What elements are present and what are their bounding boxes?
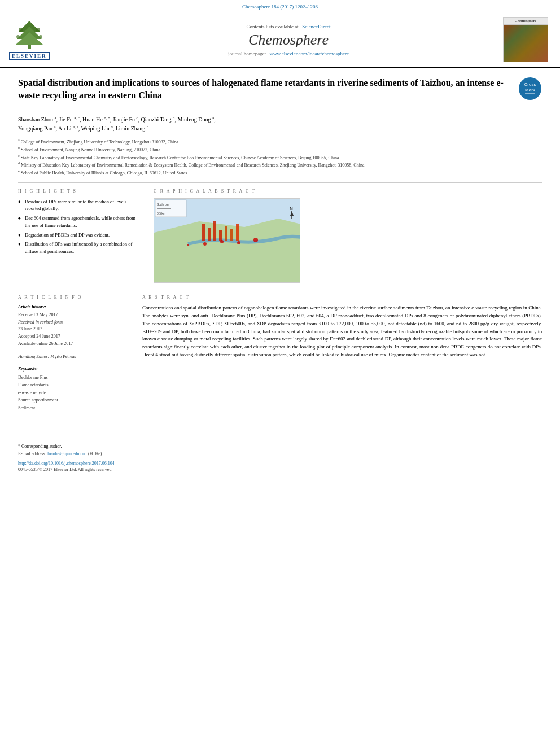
keyword-2: Flame retardants xyxy=(18,381,131,389)
author-2: Jie Fu a, c, xyxy=(59,116,82,123)
author-3: Huan He b, *, xyxy=(82,116,113,123)
journal-citation-link[interactable]: Chemosphere 184 (2017) 1202–1208 xyxy=(242,4,318,10)
cover-image xyxy=(504,25,548,62)
page-wrapper: Chemosphere 184 (2017) 1202–1208 xyxy=(0,0,560,747)
author-email[interactable]: luanhe@njnu.edu.cn xyxy=(47,451,85,456)
svg-rect-13 xyxy=(202,224,205,241)
journal-title: Chemosphere xyxy=(248,32,329,49)
article-history-title: Article history: xyxy=(18,304,131,309)
corresponding-label: * Corresponding author. xyxy=(18,444,62,449)
svg-text:Cross: Cross xyxy=(524,82,536,87)
affiliation-a: a College of Environment, Zhejiang Unive… xyxy=(18,138,542,146)
svg-rect-15 xyxy=(213,221,216,241)
elsevier-label: ELSEVIER xyxy=(9,52,50,60)
handling-editor-label: Handling Editor: xyxy=(18,354,50,359)
svg-point-6 xyxy=(16,35,20,38)
crossmark-icon: Cross Mark xyxy=(518,77,542,101)
article-info-heading: A R T I C L E I N F O xyxy=(18,295,131,300)
abstract-text: Concentrations and spatial distribution … xyxy=(142,304,542,360)
homepage-prefix: journal homepage: xyxy=(228,51,266,56)
journal-header: ELSEVIER Contents lists available at Sci… xyxy=(0,12,560,68)
author-10: Limin Zhang b xyxy=(116,125,149,132)
author-6: Minfeng Dong a, xyxy=(177,116,215,123)
keywords-list: Dechlorane Plus Flame retardants e-waste… xyxy=(18,374,131,412)
article-title: Spatial distribution and implications to… xyxy=(18,77,511,102)
svg-point-22 xyxy=(237,241,240,244)
affiliation-c: c State Key Laboratory of Environmental … xyxy=(18,154,542,161)
svg-point-20 xyxy=(203,242,207,246)
top-citation-bar: Chemosphere 184 (2017) 1202–1208 xyxy=(0,0,560,12)
article-history-block: Article history: Received 3 May 2017 Rec… xyxy=(18,304,131,348)
highlights-graphical-section: H I G H L I G H T S Residues of DPs were… xyxy=(18,189,542,289)
highlights-column: H I G H L I G H T S Residues of DPs were… xyxy=(18,189,142,283)
highlight-4: Distribution of DPs was influenced by a … xyxy=(18,241,142,255)
available-online: Available online 26 June 2017 xyxy=(18,340,131,348)
accepted-date: Accepted 24 June 2017 xyxy=(18,333,131,340)
article-title-section: Spatial distribution and implications to… xyxy=(18,77,542,108)
author-4: Jianjie Fu c, xyxy=(113,116,141,123)
article-content: Spatial distribution and implications to… xyxy=(0,68,560,426)
author-9: Weiping Liu d, xyxy=(81,125,116,132)
email-label: E-mail address: xyxy=(18,451,46,456)
svg-text:N: N xyxy=(290,206,293,211)
highlights-heading: H I G H L I G H T S xyxy=(18,189,142,194)
svg-rect-19 xyxy=(236,224,239,241)
svg-text:Mark: Mark xyxy=(525,88,536,93)
graphical-abstract-heading: G R A P H I C A L A B S T R A C T xyxy=(154,189,542,194)
elsevier-logo-section: ELSEVIER xyxy=(9,17,77,62)
journal-cover-section: Chemosphere xyxy=(500,17,551,62)
handling-editor-block: Handling Editor: Myrto Petreas xyxy=(18,353,131,361)
abstract-column: A B S T R A C T Concentrations and spati… xyxy=(142,295,542,418)
svg-rect-14 xyxy=(208,228,211,241)
science-direct-link[interactable]: ScienceDirect xyxy=(302,24,330,29)
received-date: Received 3 May 2017 xyxy=(18,312,131,319)
handling-editor-row: Handling Editor: Myrto Petreas xyxy=(18,353,131,361)
homepage-url[interactable]: www.elsevier.com/locate/chemosphere xyxy=(270,51,349,56)
svg-point-21 xyxy=(220,240,224,243)
svg-text:0    5 km: 0 5 km xyxy=(157,212,165,215)
svg-rect-18 xyxy=(230,229,233,241)
abstract-heading: A B S T R A C T xyxy=(142,295,542,300)
svg-point-7 xyxy=(39,35,42,38)
crossmark-section: Cross Mark xyxy=(518,77,542,102)
email-footnote: E-mail address: luanhe@njnu.edu.cn (H. H… xyxy=(18,451,542,456)
author-8: An Li e, a, xyxy=(58,125,81,132)
doi-link[interactable]: http://dx.doi.org/10.1016/j.chemosphere.… xyxy=(18,461,115,466)
journal-homepage-line: journal homepage: www.elsevier.com/locat… xyxy=(228,51,349,56)
keyword-1: Dechlorane Plus xyxy=(18,374,131,382)
svg-point-4 xyxy=(19,28,23,32)
article-info-column: A R T I C L E I N F O Article history: R… xyxy=(18,295,131,418)
author-7: Yongqiang Pan a, xyxy=(18,125,58,132)
highlight-3: Degradation of PBDEs and DP was evident. xyxy=(18,231,142,239)
highlight-1: Residues of DPs were similar to the medi… xyxy=(18,198,142,213)
svg-rect-16 xyxy=(219,230,222,241)
graphical-abstract-image: Scale bar 0 5 km N xyxy=(154,198,300,283)
contents-text: Contents lists available at xyxy=(246,24,298,29)
keyword-5: Sediment xyxy=(18,404,131,412)
keywords-block: Keywords: Dechlorane Plus Flame retardan… xyxy=(18,366,131,412)
article-title-text: Spatial distribution and implications to… xyxy=(18,77,511,102)
journal-header-center: Contents lists available at ScienceDirec… xyxy=(84,17,493,62)
highlight-2: Dec 604 stemmed from agrochemicals, whil… xyxy=(18,215,142,229)
svg-rect-17 xyxy=(225,226,228,241)
keyword-3: e-waste recycle xyxy=(18,389,131,397)
keyword-4: Source apportionment xyxy=(18,396,131,404)
journal-cover-thumbnail: Chemosphere xyxy=(503,17,548,62)
author-5: Qiaozhi Tang d, xyxy=(141,116,178,123)
corresponding-author-note: * Corresponding author. xyxy=(18,444,542,449)
svg-point-24 xyxy=(187,244,189,246)
affiliation-e: e School of Public Health, University of… xyxy=(18,169,542,177)
received-revised-label: Received in revised form xyxy=(18,319,131,326)
doi-line: http://dx.doi.org/10.1016/j.chemosphere.… xyxy=(18,461,542,466)
elsevier-tree-icon xyxy=(12,20,46,51)
article-info-abstract-section: A R T I C L E I N F O Article history: R… xyxy=(18,295,542,418)
email-suffix: (H. He). xyxy=(88,451,103,456)
author-1: Shanshan Zhou a, xyxy=(18,116,59,123)
copyright-line: 0045-6535/© 2017 Elsevier Ltd. All right… xyxy=(18,467,542,472)
graphical-abstract-column: G R A P H I C A L A B S T R A C T xyxy=(154,189,542,283)
svg-point-23 xyxy=(253,238,258,242)
keywords-title: Keywords: xyxy=(18,366,131,372)
svg-point-5 xyxy=(36,28,40,32)
authors-section: Shanshan Zhou a, Jie Fu a, c, Huan He b,… xyxy=(18,115,542,134)
cover-label: Chemosphere xyxy=(504,18,548,25)
